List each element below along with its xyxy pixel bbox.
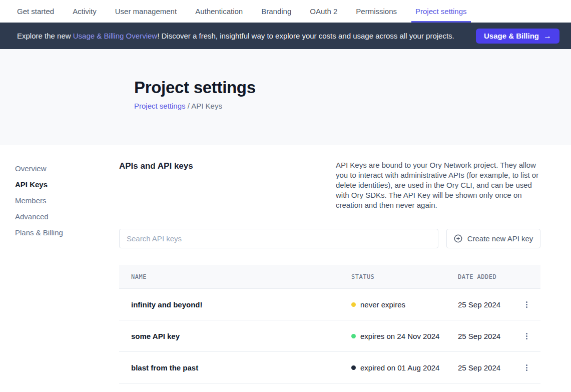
- content-area: Overview API Keys Members Advanced Plans…: [0, 145, 571, 383]
- breadcrumb: Project settings / API Keys: [134, 102, 571, 110]
- status-dot-icon: [351, 302, 356, 307]
- nav-item-permissions[interactable]: Permissions: [356, 0, 397, 23]
- status-dot-icon: [351, 365, 356, 370]
- column-header-name: NAME: [131, 273, 351, 280]
- project-settings-page: Get started Activity User management Aut…: [0, 0, 571, 392]
- nav-item-get-started[interactable]: Get started: [17, 0, 54, 23]
- table-header-row: NAME STATUS DATE ADDED: [119, 265, 540, 289]
- usage-billing-button[interactable]: Usage & Billing →: [476, 29, 559, 44]
- nav-item-activity[interactable]: Activity: [73, 0, 97, 23]
- nav-item-oauth2[interactable]: OAuth 2: [310, 0, 337, 23]
- status-dot-icon: [351, 334, 356, 338]
- api-key-status: never expires: [351, 300, 458, 309]
- nav-item-project-settings[interactable]: Project settings: [415, 0, 467, 23]
- nav-item-branding[interactable]: Branding: [261, 0, 291, 23]
- sidebar-item-advanced[interactable]: Advanced: [15, 208, 119, 224]
- banner-text-after: ! Discover a fresh, insightful way to ex…: [157, 32, 454, 40]
- breadcrumb-separator: /: [186, 102, 192, 110]
- create-api-key-button[interactable]: Create new API key: [446, 229, 540, 248]
- table-row: infinity and beyond! never expires 25 Se…: [119, 289, 540, 320]
- kebab-menu-icon[interactable]: [522, 331, 531, 341]
- banner-text-before: Explore the new: [17, 32, 73, 40]
- section-title: APIs and API keys: [119, 160, 193, 171]
- breadcrumb-current: API Keys: [191, 102, 222, 110]
- page-header: Project settings Project settings / API …: [0, 49, 571, 145]
- table-row: some API key expires on 24 Nov 2024 25 S…: [119, 320, 540, 352]
- status-text: expired on 01 Aug 2024: [360, 363, 439, 372]
- create-api-key-label: Create new API key: [467, 234, 533, 243]
- sidebar-item-api-keys[interactable]: API Keys: [15, 176, 119, 192]
- api-key-status: expired on 01 Aug 2024: [351, 363, 458, 372]
- section-description: API Keys are bound to your Ory Network p…: [336, 160, 540, 210]
- kebab-menu-icon[interactable]: [522, 299, 531, 310]
- actions-row: Create new API key: [119, 229, 540, 248]
- breadcrumb-project-settings-link[interactable]: Project settings: [134, 102, 186, 110]
- search-input[interactable]: [119, 229, 438, 248]
- sidebar-item-plans-billing[interactable]: Plans & Billing: [15, 224, 119, 240]
- sidebar-item-overview[interactable]: Overview: [15, 160, 119, 176]
- arrow-right-icon: →: [543, 32, 551, 41]
- usage-billing-banner: Explore the new Usage & Billing Overview…: [0, 23, 571, 49]
- kebab-menu-icon[interactable]: [522, 362, 531, 373]
- nav-item-user-management[interactable]: User management: [115, 0, 177, 23]
- api-key-name: blast from the past: [131, 363, 351, 372]
- intro-row: APIs and API keys API Keys are bound to …: [119, 160, 540, 210]
- nav-item-authentication[interactable]: Authentication: [195, 0, 243, 23]
- status-text: never expires: [360, 300, 405, 309]
- api-keys-main: APIs and API keys API Keys are bound to …: [119, 160, 540, 383]
- api-key-date-added: 25 Sep 2024: [458, 300, 520, 309]
- usage-billing-overview-link[interactable]: Usage & Billing Overview: [73, 32, 157, 40]
- settings-sidebar: Overview API Keys Members Advanced Plans…: [0, 160, 119, 383]
- api-keys-table: NAME STATUS DATE ADDED infinity and beyo…: [119, 265, 540, 383]
- api-key-status: expires on 24 Nov 2024: [351, 332, 458, 340]
- usage-billing-button-label: Usage & Billing: [484, 32, 539, 40]
- column-header-status: STATUS: [351, 273, 458, 280]
- sidebar-item-members[interactable]: Members: [15, 192, 119, 208]
- api-key-date-added: 25 Sep 2024: [458, 363, 520, 372]
- top-navigation: Get started Activity User management Aut…: [0, 0, 571, 23]
- banner-message: Explore the new Usage & Billing Overview…: [17, 32, 454, 40]
- api-key-name: infinity and beyond!: [131, 300, 351, 309]
- api-key-name: some API key: [131, 332, 351, 340]
- table-row: blast from the past expired on 01 Aug 20…: [119, 352, 540, 383]
- page-title: Project settings: [134, 78, 571, 97]
- column-header-date-added: DATE ADDED: [458, 273, 520, 280]
- status-text: expires on 24 Nov 2024: [360, 332, 439, 340]
- plus-circle-icon: [454, 234, 462, 243]
- api-key-date-added: 25 Sep 2024: [458, 332, 520, 340]
